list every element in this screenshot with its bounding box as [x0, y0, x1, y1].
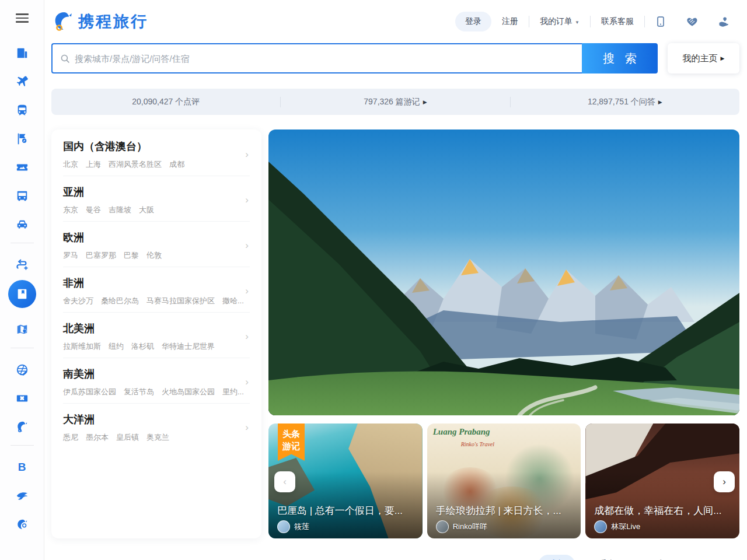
- my-orders-menu[interactable]: 我的订单▼: [529, 12, 590, 32]
- dest-link[interactable]: 舍夫沙万: [63, 296, 93, 306]
- dest-link[interactable]: 奥克兰: [146, 432, 169, 443]
- dest-link[interactable]: 撒哈...: [222, 296, 244, 306]
- dest-link[interactable]: 吉隆坡: [109, 205, 131, 215]
- top-bar: 携程旅行 登录 注册 我的订单▼ 联系客服: [51, 0, 739, 43]
- chevron-down-icon: ▼: [575, 20, 580, 25]
- hamburger-menu-icon[interactable]: [16, 11, 29, 25]
- ctrip-logo[interactable]: 携程旅行: [51, 10, 148, 33]
- dest-section-africa[interactable]: 非洲 舍夫沙万 桑给巴尔岛 马赛马拉国家保护区 撒哈... ›: [63, 267, 250, 313]
- dest-title[interactable]: 大洋洲: [63, 412, 250, 426]
- search-input[interactable]: [75, 54, 582, 64]
- dest-link[interactable]: 墨尔本: [86, 432, 109, 443]
- author-avatar: [594, 520, 607, 533]
- dest-section-south-america[interactable]: 南美洲 伊瓜苏国家公园 复活节岛 火地岛国家公园 里约... ›: [63, 358, 250, 404]
- dest-link[interactable]: 大阪: [139, 205, 154, 215]
- my-homepage-button[interactable]: 我的主页▶: [668, 43, 739, 74]
- dolphin-logo-2-icon[interactable]: [15, 517, 29, 531]
- hero-banner-image[interactable]: [268, 130, 739, 415]
- brand-name: 携程旅行: [78, 11, 148, 32]
- dest-link[interactable]: 火地岛国家公园: [162, 387, 215, 397]
- bottom-city-tabs: 成都 重庆 西安 三亚: [268, 555, 739, 560]
- dest-link[interactable]: 北京: [63, 159, 78, 170]
- tab-city-1[interactable]: 重庆: [589, 555, 625, 560]
- carousel-next-button[interactable]: ›: [714, 471, 735, 492]
- dest-link[interactable]: 东京: [63, 205, 78, 215]
- stat-travelogues[interactable]: 797,326 篇游记▶: [281, 97, 509, 107]
- left-sidebar: B: [0, 0, 44, 560]
- dest-title[interactable]: 欧洲: [63, 230, 250, 244]
- contact-support-button[interactable]: 联系客服: [591, 12, 644, 32]
- login-button[interactable]: 登录: [455, 12, 491, 32]
- dest-title[interactable]: 非洲: [63, 276, 250, 290]
- tab-city-2[interactable]: 西安: [639, 555, 675, 560]
- search-box[interactable]: [51, 43, 582, 74]
- card-author[interactable]: Rinko咩咩: [436, 520, 487, 533]
- dest-link[interactable]: 罗马: [63, 250, 78, 261]
- dest-link[interactable]: 纽约: [109, 341, 124, 352]
- tickets-icon[interactable]: [15, 160, 29, 174]
- mobile-app-icon[interactable]: [655, 16, 666, 27]
- sidebar-item-guide-active[interactable]: [8, 280, 36, 308]
- dest-link[interactable]: 复活节岛: [124, 387, 154, 397]
- flight-icon[interactable]: [15, 75, 29, 89]
- dolphin-logo-icon[interactable]: [15, 420, 29, 434]
- tours-flag-icon[interactable]: [15, 132, 29, 146]
- hotel-icon[interactable]: [15, 46, 29, 60]
- dest-link[interactable]: 曼谷: [86, 205, 101, 215]
- dest-link[interactable]: 伊瓜苏国家公园: [63, 387, 116, 397]
- dest-link[interactable]: 成都: [169, 159, 184, 170]
- bus-icon[interactable]: [15, 189, 29, 203]
- gift-card-icon[interactable]: [15, 391, 29, 405]
- sidebar-divider: [11, 348, 34, 348]
- route-planner-icon[interactable]: [15, 258, 29, 272]
- stat-reviews[interactable]: 20,090,427 个点评: [51, 97, 280, 107]
- dest-link[interactable]: 上海: [86, 159, 101, 170]
- map-icon[interactable]: [15, 323, 29, 337]
- dest-section-oceania[interactable]: 大洋洲 悉尼 墨尔本 皇后镇 奥克兰 ›: [63, 404, 250, 449]
- author-avatar: [277, 520, 290, 533]
- chevron-right-icon: ▶: [721, 55, 725, 61]
- dest-link[interactable]: 伦敦: [146, 250, 162, 261]
- dest-title[interactable]: 国内（含港澳台）: [63, 139, 250, 153]
- chevron-right-icon: ›: [245, 422, 249, 432]
- car-icon[interactable]: [15, 218, 29, 232]
- dest-section-asia[interactable]: 亚洲 东京 曼谷 吉隆坡 大阪 ›: [63, 176, 250, 222]
- dest-link[interactable]: 马赛马拉国家保护区: [146, 296, 215, 306]
- dest-link[interactable]: 里约...: [222, 387, 244, 397]
- dest-link[interactable]: 悉尼: [63, 432, 78, 443]
- heart-hands-icon[interactable]: [686, 16, 698, 27]
- dest-link[interactable]: 桑给巴尔岛: [101, 296, 139, 306]
- search-button[interactable]: 搜 索: [582, 43, 658, 74]
- stat-qna[interactable]: 12,897,751 个问答▶: [511, 97, 739, 107]
- customer-service-icon[interactable]: [718, 16, 729, 27]
- dest-links: 伊瓜苏国家公园 复活节岛 火地岛国家公园 里约...: [63, 387, 250, 397]
- dest-link[interactable]: 皇后镇: [116, 432, 139, 443]
- ctrip-dolphin-logo-icon: [51, 10, 75, 33]
- author-name: 筱莲: [294, 522, 309, 532]
- search-row: 搜 索 我的主页▶: [51, 43, 739, 74]
- dest-link[interactable]: 巴塞罗那: [86, 250, 116, 261]
- dest-link[interactable]: 巴黎: [124, 250, 139, 261]
- partner-b-logo-icon[interactable]: B: [15, 460, 29, 474]
- carousel-prev-button[interactable]: ‹: [274, 471, 295, 492]
- dest-link[interactable]: 西湖风景名胜区: [109, 159, 162, 170]
- card-author[interactable]: 筱莲: [277, 520, 309, 533]
- card-author[interactable]: 林琛Live: [594, 520, 640, 533]
- partner-bird-logo-icon[interactable]: [15, 489, 29, 503]
- tab-city-0[interactable]: 成都: [539, 555, 575, 560]
- dest-title[interactable]: 北美洲: [63, 321, 250, 335]
- travelogue-card-luang-prabang[interactable]: Luang Prabang Rinko's Travel 手绘琅勃拉邦 | 来日…: [427, 424, 581, 538]
- dest-section-europe[interactable]: 欧洲 罗马 巴塞罗那 巴黎 伦敦 ›: [63, 222, 250, 267]
- dest-section-north-america[interactable]: 北美洲 拉斯维加斯 纽约 洛杉矶 华特迪士尼世界 ›: [63, 313, 250, 358]
- author-name: 林琛Live: [611, 522, 640, 532]
- dest-title[interactable]: 南美洲: [63, 367, 250, 381]
- dest-section-domestic[interactable]: 国内（含港澳台） 北京 上海 西湖风景名胜区 成都 ›: [63, 131, 250, 176]
- dest-link[interactable]: 拉斯维加斯: [63, 341, 101, 352]
- tab-city-3[interactable]: 三亚: [689, 555, 725, 560]
- register-button[interactable]: 注册: [491, 12, 529, 32]
- dest-title[interactable]: 亚洲: [63, 185, 250, 199]
- train-icon[interactable]: [15, 103, 29, 117]
- dest-link[interactable]: 华特迪士尼世界: [162, 341, 215, 352]
- global-travel-icon[interactable]: [15, 363, 29, 377]
- dest-link[interactable]: 洛杉矶: [131, 341, 154, 352]
